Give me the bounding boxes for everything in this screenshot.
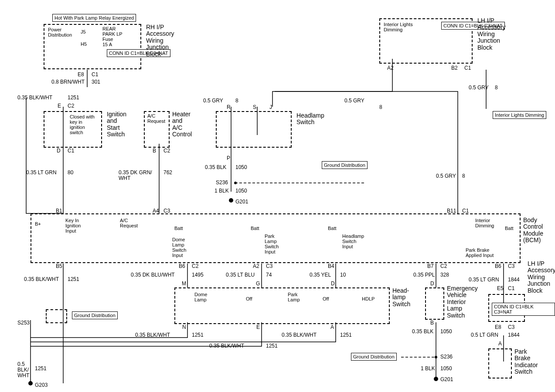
- wire-035-blkwht-top: 0.35 BLK/WHT: [17, 95, 52, 101]
- pin-e8: E8: [78, 72, 84, 78]
- pin-e-head: E: [256, 324, 260, 330]
- wire-035-ppl: 0.35 PPL: [413, 272, 435, 278]
- ignition-title: Ignition and Start Switch: [107, 111, 126, 138]
- pin-s: S: [253, 105, 256, 110]
- conn-c3-e8: C3: [508, 324, 514, 330]
- svg-point-2: [28, 381, 33, 385]
- conn-c3-b6: C3: [508, 264, 514, 269]
- pin-e: E: [58, 103, 61, 109]
- wire-05-gry-right: 0.5 GRY: [469, 85, 489, 91]
- svg-point-3: [435, 356, 437, 358]
- pin-a2-bcm: A2: [253, 264, 259, 269]
- emergency-lamp-switch-block: [425, 287, 444, 320]
- lh-ip-bottom-title: LH I/P Accessory Wiring Junction Block: [528, 260, 555, 294]
- emergency-lamp-switch-title: Emergency Vehicle Interior Lamp Switch: [447, 285, 478, 319]
- ground-g201: G201: [235, 199, 248, 205]
- conn-c2-b7: C2: [440, 264, 447, 269]
- wiring-diagram: Hot With Park Lamp Relay Energized Power…: [0, 0, 555, 392]
- park-lamp-label: Park Lamp: [288, 292, 300, 302]
- pin-g: G: [256, 281, 260, 287]
- ac-request-label: A/C Request: [147, 113, 165, 124]
- pin-b-emerg: B: [430, 320, 434, 326]
- ckt-1050-bottom: 1050: [440, 366, 452, 372]
- pin-d-emerg: D: [430, 281, 434, 287]
- ckt-8-mid: 8: [379, 105, 382, 110]
- ground-distribution-left: Ground Distribution: [72, 311, 118, 319]
- rear-park-fuse: REAR PARK LP Fuse 15 A: [102, 26, 123, 47]
- hot-with-park-lamp-box: Hot With Park Lamp Relay Energized: [52, 14, 136, 22]
- wire-1-blk: 1 BLK: [215, 188, 229, 194]
- dome-lamp-switch-input: Dome Lamp Switch Input: [172, 237, 186, 258]
- splice-s236-bottom: S236: [440, 354, 453, 360]
- wire-035-yel: 0.35 YEL: [310, 272, 331, 278]
- wire-1-blk-bottom: 1 BLK: [421, 366, 435, 372]
- wire-035-blk-emerg: 0.35 BLK: [412, 329, 433, 335]
- hdlp-label: HDLP: [362, 296, 375, 301]
- ckt-1251-b5: 1251: [68, 277, 79, 282]
- svg-point-0: [229, 198, 233, 203]
- headlamp-switch-input: Headlamp Switch Input: [342, 233, 364, 249]
- ckt-1050-emerg: 1050: [440, 329, 452, 335]
- pin-b-heater: B: [153, 148, 156, 154]
- ckt-80: 80: [68, 170, 73, 176]
- pin-b6: B6: [179, 264, 185, 269]
- batt-2: Batt: [251, 226, 259, 231]
- ground-distribution-top: Ground Distribution: [322, 161, 368, 169]
- ground-g203: G203: [35, 382, 48, 388]
- key-in-ignition-input: Key In Ignition Input: [65, 218, 81, 233]
- wire-08-brnwht: 0.8 BRN/WHT: [51, 79, 85, 85]
- wire-035-blk: 0.35 BLK: [205, 165, 226, 170]
- pin-b7: B7: [427, 264, 434, 269]
- conn-c2-b6: C2: [192, 264, 198, 269]
- interior-dimming-input: Interior Dimming: [475, 218, 494, 228]
- bcm-title: Body Control Module (BCM): [523, 217, 543, 244]
- pin-b6-c3: B6: [495, 264, 501, 269]
- ckt-1251-a: 1251: [340, 332, 352, 338]
- ignition-note: Closed with key in ignition switch: [70, 114, 95, 135]
- conn-c2-ign: C2: [68, 103, 74, 109]
- off-2: Off: [323, 296, 329, 301]
- pin-n: N: [182, 324, 186, 330]
- conn-c1-ign: C1: [68, 148, 74, 154]
- wire-05-gry-b11: 0.5 GRY: [436, 173, 456, 179]
- pin-e8-bottom: E8: [495, 324, 501, 330]
- park-brake-indicator-switch-block: [488, 348, 512, 378]
- ckt-8-r: 8: [235, 98, 238, 104]
- wire-035-dkgrnwht: 0.35 DK GRN/ WHT: [119, 170, 152, 181]
- wire-035-blkwht-n: 0.35 BLK/WHT: [135, 332, 170, 338]
- conn-c3-a4: C3: [163, 208, 170, 214]
- batt-4: Batt: [505, 226, 514, 231]
- wire-05-gry-r: 0.5 GRY: [203, 98, 223, 104]
- pin-h5: H5: [81, 41, 87, 47]
- pin-m: M: [182, 281, 186, 287]
- pin-j5: J5: [81, 29, 86, 34]
- ckt-762: 762: [163, 170, 172, 176]
- ckt-301: 301: [92, 79, 100, 85]
- pin-d-head: D: [331, 281, 335, 287]
- power-distribution-label: Power Distribution: [48, 27, 72, 37]
- pin-b1: B1: [56, 208, 62, 214]
- ckt-1495: 1495: [192, 272, 204, 278]
- park-brake-applied-input: Park Brake Applied Input: [466, 247, 494, 258]
- wire-035-ltgrn-1844: 0.35 LT GRN: [469, 277, 499, 283]
- splice-s236: S236: [216, 180, 228, 186]
- interior-lights-dimming-label: Interior Lights Dimming: [384, 22, 413, 32]
- wire-035-blkwht-a: 0.35 BLK/WHT: [282, 332, 317, 338]
- ckt-1251-top: 1251: [68, 95, 79, 101]
- wire-035-blkwht-e: 0.35 BLK/WHT: [209, 343, 244, 349]
- ckt-1251-e: 1251: [266, 343, 278, 349]
- pin-a-pb: A: [498, 341, 502, 347]
- ckt-74: 74: [266, 272, 272, 278]
- interior-lights-dimming-box: Interior Lights Dimming: [493, 111, 546, 119]
- ckt-8-right: 8: [495, 85, 498, 91]
- ckt-1050: 1050: [235, 165, 247, 170]
- b-plus: B+: [35, 221, 41, 226]
- ckt-8-b11: 8: [462, 173, 465, 179]
- ckt-328: 328: [440, 272, 449, 278]
- wire-05-ltgrn: 0.5 LT GRN: [471, 332, 498, 338]
- pin-e5: E5: [497, 286, 504, 291]
- pin-j: J: [269, 105, 272, 110]
- wire-05-blkwht: 0.5 BLK/ WHT: [17, 362, 29, 379]
- pin-a4: A4: [153, 208, 159, 214]
- batt-3: Batt: [328, 226, 337, 231]
